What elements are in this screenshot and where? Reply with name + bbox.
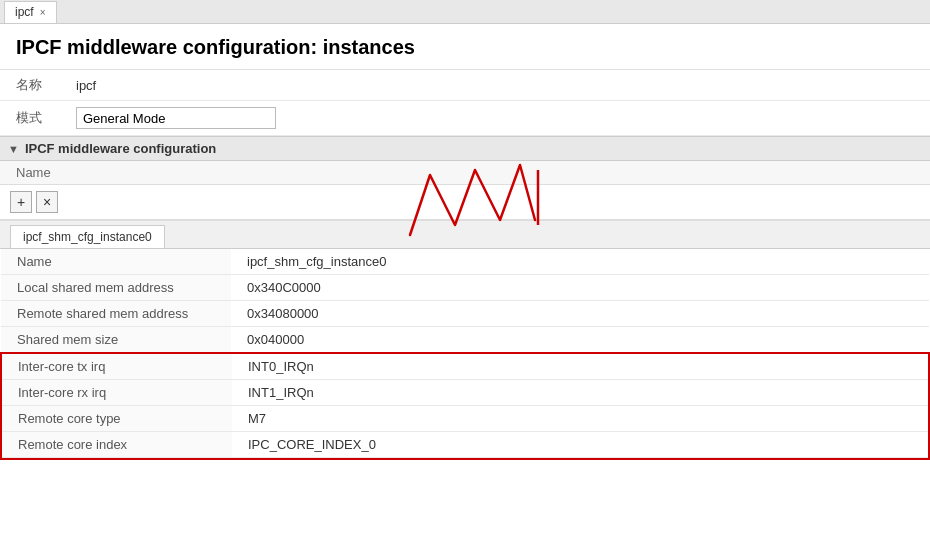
table-row: Local shared mem address0x340C0000 xyxy=(1,275,929,301)
highlighted-block: Inter-core tx irq INT0_IRQn Inter-core r… xyxy=(1,353,929,459)
prop-value: M7 xyxy=(232,406,928,432)
toolbar: + × xyxy=(0,185,930,220)
highlighted-row: Remote core type M7 xyxy=(2,406,928,432)
tab-close-icon[interactable]: × xyxy=(40,7,46,18)
instance-tab-0[interactable]: ipcf_shm_cfg_instance0 xyxy=(10,225,165,248)
prop-value: INT0_IRQn xyxy=(232,354,928,380)
name-col-header: Name xyxy=(16,165,51,180)
name-row: 名称 ipcf xyxy=(0,70,930,101)
remove-button[interactable]: × xyxy=(36,191,58,213)
prop-key: Inter-core rx irq xyxy=(2,380,232,406)
tab-bar: ipcf × xyxy=(0,0,930,24)
prop-value: IPC_CORE_INDEX_0 xyxy=(232,432,928,458)
table-row: Nameipcf_shm_cfg_instance0 xyxy=(1,249,929,275)
name-label: 名称 xyxy=(16,76,76,94)
table-container: Name + × xyxy=(0,161,930,221)
properties-table: Nameipcf_shm_cfg_instance0Local shared m… xyxy=(0,249,930,460)
prop-value: 0x34080000 xyxy=(231,301,929,327)
mode-row: 模式 xyxy=(0,101,930,136)
mode-input[interactable] xyxy=(76,107,276,129)
table-row: Remote shared mem address0x34080000 xyxy=(1,301,929,327)
name-value: ipcf xyxy=(76,78,96,93)
add-button[interactable]: + xyxy=(10,191,32,213)
prop-key: Remote core index xyxy=(2,432,232,458)
prop-key: Remote core type xyxy=(2,406,232,432)
prop-value: 0x340C0000 xyxy=(231,275,929,301)
prop-key: Local shared mem address xyxy=(1,275,231,301)
section-title: IPCF middleware configuration xyxy=(25,141,216,156)
prop-value: ipcf_shm_cfg_instance0 xyxy=(231,249,929,275)
table-row: Shared mem size0x040000 xyxy=(1,327,929,354)
highlighted-row: Remote core index IPC_CORE_INDEX_0 xyxy=(2,432,928,458)
mode-label: 模式 xyxy=(16,109,76,127)
collapse-icon: ▼ xyxy=(8,143,19,155)
page-title: IPCF middleware configuration: instances xyxy=(0,24,930,70)
section-header[interactable]: ▼ IPCF middleware configuration xyxy=(0,136,930,161)
highlighted-row: Inter-core rx irq INT1_IRQn xyxy=(2,380,928,406)
prop-value: 0x040000 xyxy=(231,327,929,354)
table-header: Name xyxy=(0,161,930,185)
prop-value: INT1_IRQn xyxy=(232,380,928,406)
prop-key: Name xyxy=(1,249,231,275)
tab-label: ipcf xyxy=(15,5,34,19)
prop-key: Shared mem size xyxy=(1,327,231,354)
instance-tabs: ipcf_shm_cfg_instance0 xyxy=(0,221,930,249)
highlighted-row: Inter-core tx irq INT0_IRQn xyxy=(2,354,928,380)
prop-key: Inter-core tx irq xyxy=(2,354,232,380)
ipcf-tab[interactable]: ipcf × xyxy=(4,1,57,23)
prop-key: Remote shared mem address xyxy=(1,301,231,327)
main-content: IPCF middleware configuration: instances… xyxy=(0,24,930,545)
